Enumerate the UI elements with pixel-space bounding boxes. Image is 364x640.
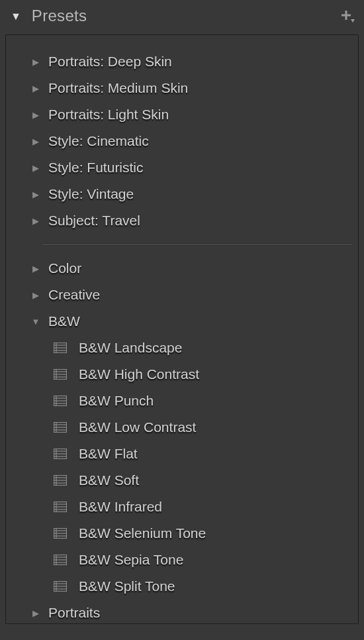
preset-icon <box>54 449 67 459</box>
preset-item[interactable]: B&W Flat <box>13 441 351 467</box>
panel-body: ▶ Portraits: Deep Skin ▶ Portraits: Medi… <box>5 34 359 624</box>
preset-item[interactable]: B&W Soft <box>13 467 351 494</box>
preset-group[interactable]: ▶ Portraits <box>13 600 351 626</box>
preset-item-label: B&W Selenium Tone <box>79 525 206 541</box>
preset-group-label: Color <box>48 260 81 276</box>
preset-item-label: B&W Infrared <box>79 499 162 515</box>
preset-icon <box>54 475 67 486</box>
preset-group[interactable]: ▶ Style: Vintage <box>13 181 351 207</box>
preset-icon <box>54 581 67 592</box>
preset-item[interactable]: B&W High Contrast <box>13 361 351 388</box>
panel-header[interactable]: ▼ Presets <box>0 0 364 32</box>
preset-group-label: Portraits <box>48 605 100 621</box>
preset-group[interactable]: ▶ Style: Futuristic <box>13 154 351 181</box>
chevron-right-icon: ▶ <box>28 608 43 618</box>
preset-item[interactable]: B&W Sepia Tone <box>13 547 351 573</box>
panel-disclosure-icon: ▼ <box>11 11 21 23</box>
preset-icon <box>54 343 67 353</box>
svg-marker-2 <box>351 19 355 23</box>
chevron-down-icon: ▼ <box>28 317 43 327</box>
preset-group-label: Style: Cinematic <box>48 133 149 149</box>
preset-icon <box>54 528 67 539</box>
preset-item-label: B&W Split Tone <box>79 578 175 594</box>
preset-icon <box>54 422 67 433</box>
chevron-right-icon: ▶ <box>28 57 43 67</box>
preset-group[interactable]: ▶ Creative <box>13 282 351 308</box>
preset-group[interactable]: ▶ Portraits: Light Skin <box>13 101 351 128</box>
preset-item[interactable]: B&W Punch <box>13 388 351 414</box>
preset-item-label: B&W Flat <box>79 446 138 462</box>
chevron-right-icon: ▶ <box>28 136 43 146</box>
preset-item[interactable]: B&W Low Contrast <box>13 414 351 441</box>
preset-icon <box>54 502 67 512</box>
preset-item[interactable]: B&W Infrared <box>13 494 351 520</box>
chevron-right-icon: ▶ <box>28 110 43 120</box>
preset-item-label: B&W Landscape <box>79 340 182 356</box>
chevron-right-icon: ▶ <box>28 290 43 300</box>
preset-group-label: Style: Vintage <box>48 186 134 202</box>
preset-item-label: B&W Sepia Tone <box>79 552 183 568</box>
preset-group[interactable]: ▶ Color <box>13 255 351 282</box>
preset-group[interactable]: ▶ Portraits: Medium Skin <box>13 75 351 101</box>
preset-group-label: Portraits: Light Skin <box>48 107 169 123</box>
preset-item[interactable]: B&W Split Tone <box>13 573 351 600</box>
preset-item-label: B&W Punch <box>79 393 154 409</box>
preset-icon <box>54 555 67 565</box>
preset-icon <box>54 369 67 380</box>
chevron-right-icon: ▶ <box>28 163 43 173</box>
preset-group[interactable]: ▶ Portraits: Deep Skin <box>13 48 351 75</box>
panel-title: Presets <box>32 7 87 25</box>
preset-item-label: B&W Soft <box>79 472 139 488</box>
preset-group[interactable]: ▶ Subject: Travel <box>13 207 351 234</box>
preset-item-label: B&W High Contrast <box>79 366 199 382</box>
preset-item-label: B&W Low Contrast <box>79 419 196 435</box>
preset-group-expanded[interactable]: ▼ B&W <box>13 308 351 335</box>
preset-group-label: Portraits: Medium Skin <box>48 80 188 96</box>
chevron-right-icon: ▶ <box>28 83 43 93</box>
chevron-right-icon: ▶ <box>28 189 43 199</box>
add-preset-button[interactable] <box>339 8 355 24</box>
preset-group-label: Portraits: Deep Skin <box>48 54 172 70</box>
preset-group-label: Style: Futuristic <box>48 160 144 176</box>
preset-item[interactable]: B&W Landscape <box>13 335 351 361</box>
preset-group-label: B&W <box>48 313 80 329</box>
chevron-right-icon: ▶ <box>28 216 43 226</box>
preset-group-label: Subject: Travel <box>48 213 140 229</box>
preset-item[interactable]: B&W Selenium Tone <box>13 520 351 547</box>
preset-group-label: Creative <box>48 287 100 303</box>
chevron-right-icon: ▶ <box>28 264 43 274</box>
preset-group[interactable]: ▶ Style: Cinematic <box>13 128 351 154</box>
preset-icon <box>54 396 67 406</box>
divider <box>43 243 351 244</box>
